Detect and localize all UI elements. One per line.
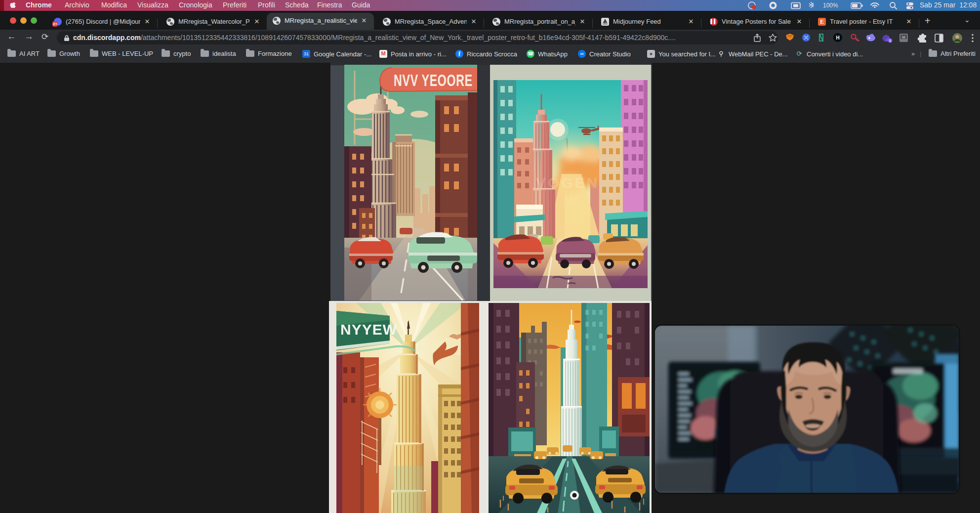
svg-text:VOGEN: VOGEN [536, 174, 599, 191]
svg-text:NVV YEOORE: NVV YEOORE [394, 71, 473, 89]
svg-text:H: H [836, 35, 839, 41]
svg-text:5: 5 [889, 39, 891, 43]
svg-text:NYYEW: NYYEW [340, 321, 397, 338]
svg-text:M: M [902, 36, 905, 39]
